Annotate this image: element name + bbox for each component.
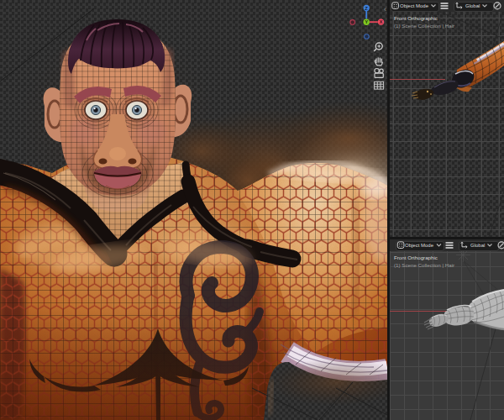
svg-text:X: X <box>379 19 382 24</box>
svg-text:Y: Y <box>365 19 368 24</box>
svg-text:Z: Z <box>365 6 368 11</box>
